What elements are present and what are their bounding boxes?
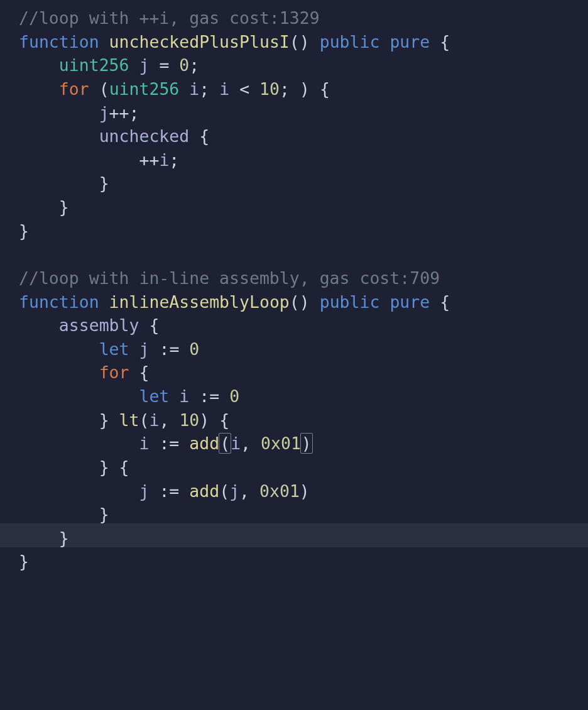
current-line-highlight (0, 523, 588, 547)
fn-add: add (189, 434, 219, 453)
function-name-2: inlineAssemblyLoop (109, 292, 290, 312)
comment-line-1: //loop with ++i, gas cost:1329 (19, 8, 320, 28)
keyword-pure: pure (389, 32, 430, 52)
keyword-assembly: assembly (59, 315, 139, 335)
keyword-public: public (320, 32, 380, 52)
code-block: //loop with ++i, gas cost:1329 function … (0, 0, 588, 574)
comment-line-2: //loop with in-line assembly, gas cost:7… (19, 268, 440, 288)
paren-highlight-open: ( (219, 433, 231, 454)
keyword-for: for (59, 79, 89, 99)
stmt-jpp: j++ (99, 103, 129, 123)
keyword-function: function (19, 32, 99, 52)
hex-literal: 0x01 (261, 434, 301, 453)
number-zero: 0 (179, 55, 189, 75)
paren-highlight-close: ) (300, 433, 313, 454)
type-uint256: uint256 (59, 55, 129, 75)
function-name-1: uncheckedPlusPlusI (109, 32, 290, 52)
number-ten: 10 (259, 79, 280, 99)
keyword-unchecked: unchecked (99, 126, 190, 146)
fn-lt: lt (119, 410, 139, 430)
keyword-let: let (99, 339, 129, 359)
var-j: j (139, 55, 149, 75)
